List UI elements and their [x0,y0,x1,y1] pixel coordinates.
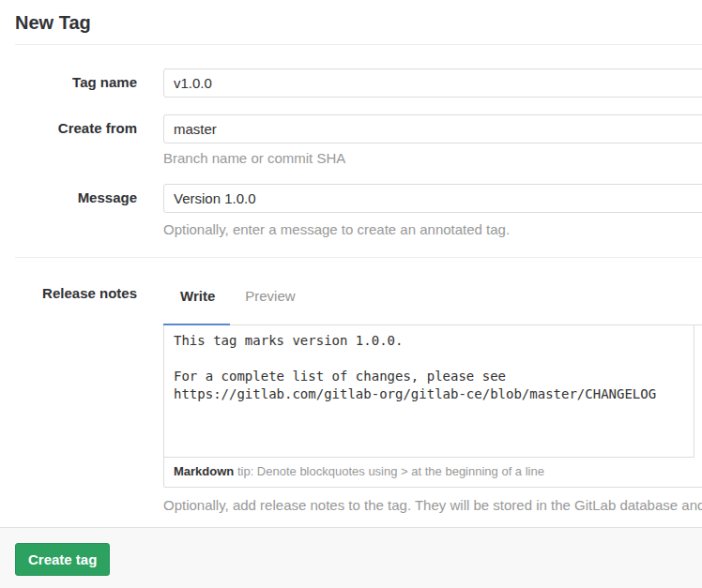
release-notes-row: Release notes Write Preview This tag mar… [15,258,702,514]
page-content: New Tag Tag name Create from Branch name… [0,0,702,588]
message-help-text: Optionally, enter a message to create an… [163,220,702,239]
new-tag-form: Tag name Create from Branch name or comm… [15,45,702,588]
tag-name-input[interactable] [163,68,702,98]
create-tag-button[interactable]: Create tag [15,543,110,576]
tab-preview[interactable]: Preview [230,287,310,324]
markdown-tip-text: tip: Denote blockquotes using > at the b… [234,464,544,478]
page-title: New Tag [15,0,702,45]
create-from-label: Create from [15,114,137,168]
message-label: Message [15,184,137,239]
tag-name-row: Tag name [15,68,702,98]
markdown-area: This tag marks version 1.0.0. For a comp… [163,324,702,488]
markdown-tip: Markdown tip: Denote blockquotes using >… [164,458,702,487]
release-notes-label: Release notes [15,258,137,514]
create-from-help-text: Branch name or commit SHA [163,149,702,168]
release-notes-tabs: Write Preview [163,258,702,324]
tag-name-label: Tag name [15,68,137,98]
tab-write[interactable]: Write [163,287,230,324]
form-actions: Create tag [0,527,702,588]
create-from-row: Create from Branch name or commit SHA [15,114,702,168]
message-input[interactable] [163,184,702,213]
markdown-tip-prefix: Markdown [174,464,234,478]
create-from-input[interactable] [163,114,702,143]
message-row: Message Optionally, enter a message to c… [15,184,702,239]
release-notes-help-text: Optionally, add release notes to the tag… [163,497,702,514]
release-notes-textarea[interactable]: This tag marks version 1.0.0. For a comp… [164,325,694,458]
